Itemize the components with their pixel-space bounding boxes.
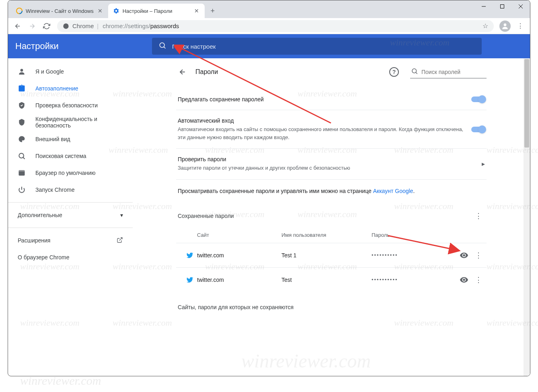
svg-point-7 (504, 23, 507, 26)
power-icon (18, 186, 26, 194)
svg-point-8 (160, 43, 164, 47)
setting-auto-signin[interactable]: Автоматический вход Автоматически входит… (176, 110, 487, 149)
setting-check-passwords[interactable]: Проверить пароли Защитите пароли от утеч… (176, 149, 487, 180)
chrome-icon (63, 23, 69, 29)
assignment-icon (18, 84, 26, 92)
svg-rect-12 (19, 170, 25, 171)
sidebar-item-me-google[interactable]: Я и Google (8, 63, 133, 80)
sidebar-item-label: Я и Google (35, 68, 64, 75)
titlebar: Winreview - Сайт о Windows ✕ Настройки –… (8, 0, 530, 18)
section-title: Пароли (195, 68, 383, 76)
svg-rect-3 (501, 5, 504, 8)
password-search-input[interactable] (421, 69, 492, 75)
password-row[interactable]: twitter.com Test •••••••••• ⋮ (176, 267, 487, 292)
close-icon[interactable]: ✕ (97, 8, 103, 14)
sidebar-item-label: Проверка безопасности (35, 102, 98, 109)
sidebar-about[interactable]: О браузере Chrome (8, 249, 133, 266)
url-origin: Chrome (72, 23, 94, 29)
password-table-header: Сайт Имя пользователя Пароль (176, 227, 487, 243)
back-button[interactable] (176, 66, 189, 78)
scrollbar[interactable] (524, 58, 530, 376)
window-close[interactable] (511, 0, 530, 12)
help-button[interactable]: ? (389, 67, 399, 77)
sidebar-extensions[interactable]: Расширения (8, 232, 133, 249)
chevron-down-icon: ▾ (120, 212, 123, 218)
browser-icon (18, 169, 26, 177)
tab-settings[interactable]: Настройки – Пароли ✕ (108, 4, 205, 18)
sidebar-item-startup[interactable]: Запуск Chrome (8, 181, 133, 198)
site-icon (183, 276, 197, 283)
svg-point-9 (21, 69, 23, 72)
url-text: chrome://settings/passwords (103, 23, 179, 29)
search-icon (411, 68, 418, 76)
sidebar-item-search[interactable]: Поисковая система (8, 148, 133, 164)
window-minimize[interactable] (474, 0, 493, 12)
profile-avatar[interactable] (499, 21, 511, 32)
tab-winreview[interactable]: Winreview - Сайт о Windows ✕ (11, 4, 108, 18)
chevron-right-icon: ▸ (475, 160, 485, 168)
sidebar-item-label: Браузер по умолчанию (35, 170, 96, 176)
password-row[interactable]: twitter.com Test 1 •••••••••• ⋮ (176, 243, 487, 267)
toggle-auto-signin[interactable] (471, 127, 485, 132)
browser-toolbar: Chrome | chrome://settings/passwords ☆ ⋮ (8, 18, 530, 34)
password-row-menu[interactable]: ⋮ (472, 273, 485, 286)
nav-forward[interactable] (26, 20, 39, 33)
toggle-offer-save[interactable] (471, 96, 485, 102)
close-icon[interactable]: ✕ (193, 8, 200, 14)
sidebar-item-label: Автозаполнение (35, 85, 78, 92)
sidebar-advanced[interactable]: Дополнительные ▾ (8, 207, 133, 224)
sidebar-item-autofill[interactable]: Автозаполнение (8, 80, 133, 97)
sidebar-item-appearance[interactable]: Внешний вид (8, 131, 133, 148)
person-icon (18, 68, 26, 76)
settings-search[interactable] (152, 38, 482, 55)
nav-reload[interactable] (40, 20, 53, 33)
search-icon (18, 152, 26, 160)
manage-info: Просматривать сохраненные пароли и управ… (176, 180, 487, 202)
favicon-winreview (16, 8, 23, 14)
sidebar-item-label: Поисковая система (35, 153, 86, 159)
sidebar: Я и Google Автозаполнение Проверка безоп… (8, 58, 133, 376)
new-tab-button[interactable]: + (207, 5, 218, 16)
open-external-icon (117, 237, 123, 244)
svg-point-10 (19, 153, 24, 158)
password-row-menu[interactable]: ⋮ (472, 249, 485, 262)
show-password-button[interactable] (456, 275, 472, 284)
nav-back[interactable] (11, 20, 24, 33)
window-maximize[interactable] (493, 0, 511, 12)
shield-check-icon (18, 101, 26, 109)
tab-title: Winreview - Сайт о Windows (26, 8, 94, 14)
sidebar-item-privacy[interactable]: Конфиденциальность и безопасность (8, 114, 133, 131)
palette-icon (18, 135, 26, 143)
shield-icon (18, 118, 26, 126)
tab-title: Настройки – Пароли (123, 8, 190, 14)
site-icon (183, 252, 197, 259)
saved-passwords-title: Сохраненные пароли (178, 213, 472, 219)
svg-point-6 (63, 23, 68, 29)
settings-header: Настройки (8, 34, 530, 58)
favicon-settings (113, 8, 119, 14)
sidebar-item-label: Внешний вид (35, 136, 70, 142)
sidebar-item-label: Запуск Chrome (35, 187, 74, 193)
omnibox[interactable]: Chrome | chrome://settings/passwords ☆ (57, 20, 494, 32)
saved-passwords-menu[interactable]: ⋮ (472, 209, 485, 222)
never-save-title: Сайты, пароли для которых не сохраняются (176, 292, 487, 318)
setting-offer-save[interactable]: Предлагать сохранение паролей (176, 89, 487, 110)
show-password-button[interactable] (456, 251, 472, 260)
google-account-link[interactable]: Аккаунт Google (373, 188, 413, 194)
page-title: Настройки (15, 41, 144, 51)
sidebar-item-safety-check[interactable]: Проверка безопасности (8, 97, 133, 114)
password-search[interactable] (410, 66, 487, 78)
settings-search-input[interactable] (172, 43, 475, 50)
sidebar-item-label: Конфиденциальность и безопасность (35, 116, 123, 129)
svg-point-13 (412, 69, 417, 73)
main-content: Пароли ? Предлагать сохранение паролей А… (133, 58, 530, 376)
sidebar-item-default-browser[interactable]: Браузер по умолчанию (8, 164, 133, 181)
bookmark-icon[interactable]: ☆ (483, 22, 488, 30)
search-icon (158, 41, 166, 51)
menu-button[interactable]: ⋮ (514, 20, 527, 33)
